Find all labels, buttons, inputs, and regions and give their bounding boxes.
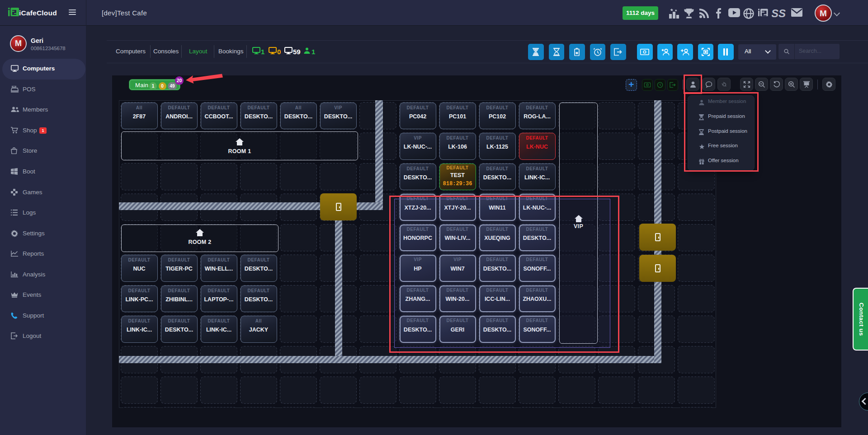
svg-text:SS: SS: [772, 8, 786, 19]
